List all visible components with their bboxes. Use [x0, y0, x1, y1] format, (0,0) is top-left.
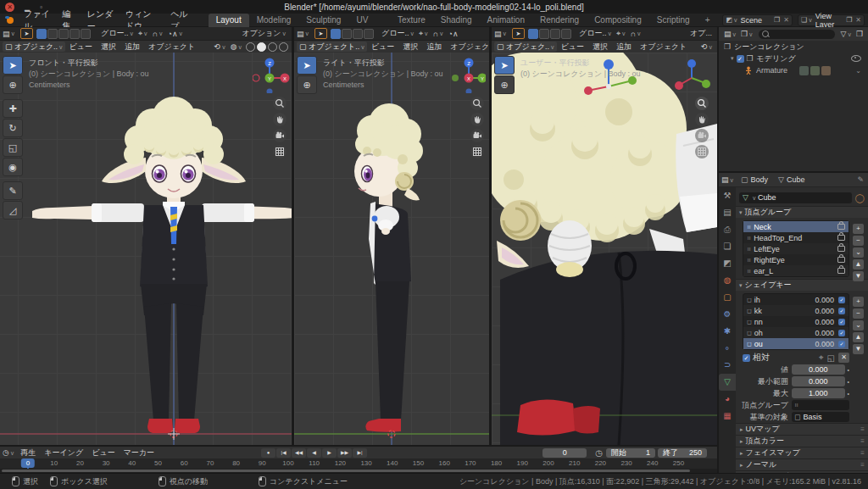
tab-render-properties[interactable]: ▤	[719, 204, 736, 221]
camera-view-icon[interactable]	[470, 129, 484, 142]
timeline-ruler[interactable]: 0 01020304050607080901001101201301401501…	[0, 458, 717, 469]
viewport-right-canvas[interactable]: ライト・平行投影 (0) シーンコレクション | Body : ou Centi…	[294, 53, 489, 445]
tab-physics-properties[interactable]: ∘	[719, 340, 736, 357]
relative-checkbox[interactable]: ✓	[743, 354, 750, 362]
outliner-row-scene-collection[interactable]: ❐ シーンコレクション	[719, 41, 868, 53]
pin-icon[interactable]: ✎	[857, 175, 864, 184]
cursor-tool[interactable]: ⊕	[297, 75, 317, 94]
tab-sculpting[interactable]: Sculpting	[298, 14, 348, 27]
cursor-tool[interactable]: ⊕	[3, 75, 23, 94]
add-workspace-button[interactable]: +	[698, 14, 718, 27]
select-box-tool[interactable]: ➤	[494, 56, 515, 75]
clear-shape-keys-button[interactable]: ✕	[838, 353, 849, 363]
shape-keys-panel-header[interactable]: ▾ シェイプキー	[736, 279, 868, 291]
tab-texture-paint[interactable]: Texture Paint	[390, 14, 433, 27]
end-frame-field[interactable]: 終了250	[658, 448, 707, 458]
vertex-groups-panel-header[interactable]: ▾ 頂点グループ	[736, 206, 868, 218]
vertex-group-row[interactable]: ⠶ear_L	[743, 265, 849, 276]
remove-view-layer-icon[interactable]: ✕	[855, 16, 861, 24]
pivot-point-dropdown[interactable]: ⌖v	[136, 29, 150, 38]
shape-key-checkbox[interactable]: ✓	[838, 308, 845, 314]
collection-checkbox[interactable]: ✓	[737, 55, 744, 63]
pan-hand-icon[interactable]	[273, 113, 287, 126]
tab-object-properties[interactable]: ▢	[719, 289, 736, 306]
editor-type-button[interactable]: ▤v	[0, 30, 17, 38]
tab-view-layer-properties[interactable]: ❏	[719, 238, 736, 255]
shading-rendered-button[interactable]	[279, 42, 288, 52]
lock-icon[interactable]	[837, 257, 845, 263]
tab-layout[interactable]: Layout	[209, 14, 249, 27]
pan-hand-icon[interactable]	[470, 113, 484, 126]
pin-shape-icon[interactable]: ⌖	[819, 353, 824, 363]
zoom-icon[interactable]	[273, 97, 287, 110]
relative-to-field[interactable]: ◻Basis	[792, 412, 849, 422]
animate-dot-icon[interactable]: •	[848, 379, 849, 385]
value-slider[interactable]: 0.000	[792, 364, 845, 375]
unlink-scene-icon[interactable]: ✕	[783, 16, 789, 24]
new-collection-icon[interactable]: ❐	[854, 30, 865, 38]
options-dropdown[interactable]: オプ...	[687, 28, 715, 39]
active-tool-icon[interactable]: ➤	[20, 28, 33, 39]
scene-selector[interactable]: ◩ v Scene ❐ ✕	[722, 14, 792, 26]
tab-material-properties[interactable]: ◕	[719, 391, 736, 408]
select-mode-lasso-button[interactable]	[364, 29, 374, 39]
add-vertex-group-button[interactable]: +	[853, 224, 864, 234]
move-group-down-button[interactable]: ▼	[853, 271, 864, 281]
play-button[interactable]: ▶	[322, 448, 337, 458]
object-menu[interactable]: オブジェクト	[144, 42, 199, 53]
outliner-search-input[interactable]	[759, 30, 835, 39]
shading-solid-button[interactable]	[257, 42, 266, 52]
select-mode-tweak-button[interactable]	[331, 29, 341, 39]
add-shape-key-button[interactable]: +	[853, 297, 864, 307]
current-frame-playhead[interactable]: 0	[21, 458, 35, 468]
mode-dropdown[interactable]: ▢ オブジェク..v	[3, 42, 65, 52]
tab-uv-editing[interactable]: UV Editing	[348, 14, 390, 27]
navigation-gizmo[interactable]: Z X Y	[253, 56, 290, 93]
vertex-group-row[interactable]: ⠶RightEye	[743, 254, 849, 265]
tab-tool-properties[interactable]: ⚒	[719, 187, 736, 204]
transform-orientation-dropdown[interactable]: グロー..v	[576, 28, 614, 39]
outliner-row-armature[interactable]: Armature ⌄	[719, 64, 868, 76]
hide-eye-icon[interactable]	[851, 55, 861, 62]
move-key-down-button[interactable]: ▼	[853, 344, 864, 354]
select-mode-box-button[interactable]	[342, 29, 352, 39]
pose-icon[interactable]	[799, 66, 809, 75]
gizmos-dropdown[interactable]: ⟲v	[698, 42, 715, 51]
snap-magnet-toggle[interactable]: ∩v	[628, 30, 643, 38]
lock-icon[interactable]	[837, 246, 845, 252]
scale-tool[interactable]: ◱	[3, 138, 23, 157]
tab-compositing[interactable]: Compositing	[587, 14, 649, 27]
select-mode-circle-button[interactable]	[550, 29, 560, 39]
panel-face-maps[interactable]: ▸フェイスマップ≡	[736, 447, 868, 458]
vertex-group-row[interactable]: ⠶LeftEye	[743, 243, 849, 254]
next-keyframe-button[interactable]: ▶▶	[337, 448, 352, 458]
shading-wireframe-button[interactable]	[246, 42, 255, 52]
vertex-group-row[interactable]: ⠶HeadTop_End	[743, 232, 849, 243]
object-menu[interactable]: オブジェクト	[446, 42, 489, 53]
view-menu[interactable]: ビュー	[367, 42, 398, 53]
add-menu[interactable]: 追加	[120, 42, 144, 53]
tab-shading[interactable]: Shading	[433, 14, 480, 27]
select-box-tool[interactable]: ➤	[297, 56, 317, 75]
jump-to-end-button[interactable]: ▶|	[353, 448, 367, 458]
play-reverse-button[interactable]: ◀	[307, 448, 321, 458]
panel-normals[interactable]: ▸ノーマル≡	[736, 458, 868, 470]
panel-uv-maps[interactable]: ▸UVマップ≡	[736, 423, 868, 435]
fake-user-icon[interactable]: ◯	[855, 193, 865, 203]
tab-texture-properties[interactable]: ▦	[719, 408, 736, 425]
disclosure-icon[interactable]: ▾	[731, 55, 734, 62]
editor-type-button[interactable]: ◷v	[0, 448, 16, 457]
shape-key-checkbox[interactable]: ✓	[838, 297, 845, 303]
shape-key-row[interactable]: ◻kk0.000✓	[743, 305, 849, 316]
move-group-up-button[interactable]: ▲	[853, 259, 864, 270]
select-menu[interactable]: 選択	[588, 42, 612, 53]
select-mode-tweak-button[interactable]	[36, 29, 47, 39]
keying-menu[interactable]: キーイング	[40, 447, 87, 458]
lock-icon[interactable]	[837, 268, 845, 274]
pivot-point-dropdown[interactable]: ⌖v	[416, 29, 431, 38]
shading-material-button[interactable]	[268, 42, 277, 52]
view-menu[interactable]: ビュー	[87, 447, 119, 458]
shape-key-row[interactable]: ◻oh0.000✓	[743, 327, 849, 338]
mesh-child-icon[interactable]	[821, 66, 831, 75]
editor-type-button[interactable]: ▤v	[492, 30, 509, 38]
